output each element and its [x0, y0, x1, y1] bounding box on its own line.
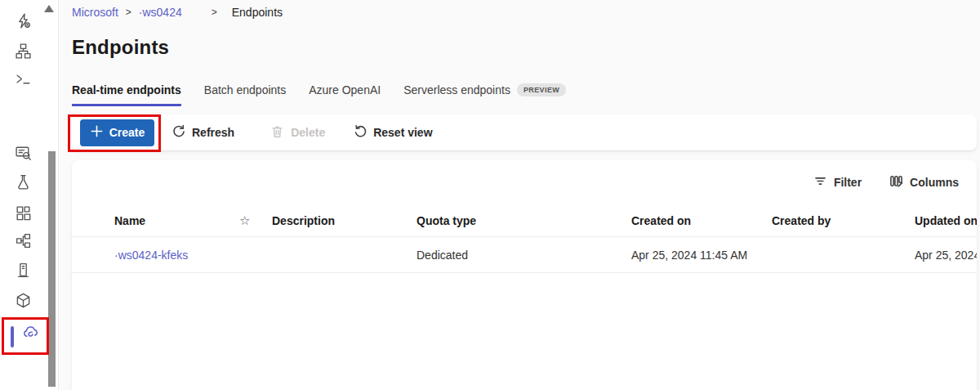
sidebar-item-pipelines[interactable] — [14, 233, 32, 251]
endpoints-cloud-icon — [22, 324, 39, 344]
breadcrumb: Microsoft > ·ws0424 > Endpoints — [72, 6, 283, 19]
active-item-indicator — [11, 326, 14, 347]
endpoints-table-panel: Filter Columns Name ☆ Description Quota … — [72, 160, 977, 390]
cell-quota-type: Dedicated — [416, 249, 631, 262]
pipelines-icon — [15, 232, 32, 253]
column-header-quota-type[interactable]: Quota type — [416, 214, 631, 227]
table-commands: Filter Columns — [72, 160, 977, 204]
refresh-icon — [172, 124, 185, 141]
models-icon — [15, 292, 32, 312]
sidebar-item-compute[interactable] — [14, 262, 32, 280]
sidebar-scroll-up-icon[interactable] — [44, 5, 54, 12]
sidebar-item-models[interactable] — [14, 293, 32, 311]
column-header-name[interactable]: Name — [114, 214, 239, 227]
sidebar-item-experiments[interactable] — [14, 174, 32, 192]
sidebar-scrollbar[interactable] — [48, 151, 56, 387]
filter-button[interactable]: Filter — [813, 174, 862, 191]
page-title: Endpoints — [72, 36, 169, 59]
sidebar-item-endpoints[interactable] — [21, 325, 39, 343]
endpoint-name-link[interactable]: ·ws0424-kfeks — [114, 249, 188, 262]
left-sidebar — [0, 0, 59, 390]
reset-view-icon — [353, 124, 367, 141]
columns-button[interactable]: Columns — [889, 174, 959, 191]
column-header-updated-on[interactable]: Updated on — [915, 214, 977, 227]
command-toolbar: Create Refresh Delete Reset view — [72, 114, 977, 150]
reset-view-button[interactable]: Reset view — [353, 124, 432, 141]
plus-icon — [90, 124, 104, 141]
delete-button[interactable]: Delete — [270, 124, 325, 141]
sidebar-item-job-monitor[interactable] — [14, 145, 32, 163]
columns-icon — [889, 174, 903, 191]
breadcrumb-item-microsoft[interactable]: Microsoft — [72, 6, 118, 19]
sidebar-item-automated-ml[interactable] — [14, 13, 32, 31]
cell-created-on: Apr 25, 2024 11:45 AM — [631, 249, 772, 262]
table-row[interactable]: ·ws0424-kfeks Dedicated Apr 25, 2024 11:… — [72, 237, 977, 273]
tab-batch-endpoints[interactable]: Batch endpoints — [204, 83, 286, 106]
breadcrumb-item-current: Endpoints — [232, 6, 283, 19]
endpoints-page: Microsoft > ·ws0424 > Endpoints Endpoint… — [0, 0, 980, 390]
components-icon — [15, 204, 32, 225]
automated-ml-icon — [15, 12, 32, 33]
breadcrumb-item-workspace[interactable]: ·ws0424 — [139, 6, 182, 19]
compute-icon — [15, 262, 32, 282]
filter-icon — [813, 174, 827, 191]
refresh-button[interactable]: Refresh — [172, 124, 234, 141]
terminal-icon — [15, 70, 32, 91]
column-header-created-by[interactable]: Created by — [772, 214, 915, 227]
tab-real-time-endpoints[interactable]: Real-time endpoints — [72, 83, 181, 106]
preview-badge: PREVIEW — [517, 83, 566, 96]
tab-bar: Real-time endpoints Batch endpoints Azur… — [72, 83, 566, 106]
create-button[interactable]: Create — [80, 119, 154, 146]
favorite-star-icon[interactable]: ☆ — [239, 213, 272, 228]
sidebar-item-terminal[interactable] — [14, 71, 32, 89]
sidebar-item-designer[interactable] — [14, 43, 32, 61]
experiments-icon — [15, 173, 32, 194]
chevron-right-icon: > — [212, 7, 217, 18]
designer-icon — [15, 43, 32, 63]
column-header-description[interactable]: Description — [272, 214, 416, 227]
trash-icon — [270, 124, 284, 141]
column-header-created-on[interactable]: Created on — [631, 214, 772, 227]
chevron-right-icon: > — [126, 7, 131, 18]
sidebar-item-components[interactable] — [14, 205, 32, 223]
tab-serverless-endpoints[interactable]: Serverless endpoints PREVIEW — [403, 83, 566, 106]
table-header-row: Name ☆ Description Quota type Created on… — [72, 204, 977, 237]
cell-updated-on: Apr 25, 2024 — [915, 249, 977, 262]
tab-azure-openai[interactable]: Azure OpenAI — [309, 83, 381, 106]
job-monitor-icon — [15, 144, 32, 164]
